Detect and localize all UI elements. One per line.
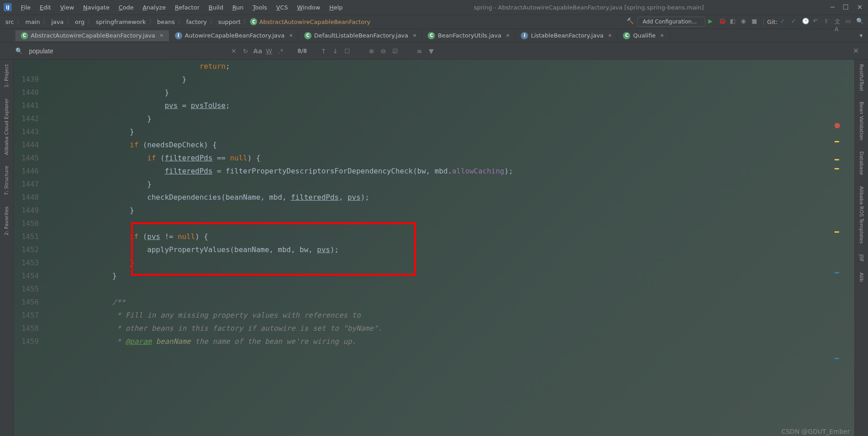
minimize-icon[interactable]: ─ [830, 3, 835, 11]
vcs-history-icon[interactable]: 🕑 [802, 18, 810, 26]
find-prev-icon[interactable]: ↑ [320, 47, 328, 55]
vcs-revert-icon[interactable]: ↶ [813, 18, 821, 26]
words-icon[interactable]: W [265, 47, 273, 55]
filter-icon[interactable]: ≡ [415, 47, 424, 55]
breadcrumb-item[interactable]: beans [156, 18, 177, 26]
code-line[interactable]: 1446 filteredPds = filterPropertyDescrip… [14, 164, 854, 178]
tool-window-2-favorites[interactable]: 2: Favorites [4, 204, 9, 238]
code-line[interactable]: 1454 } [14, 269, 854, 282]
fold-gutter[interactable] [50, 230, 95, 243]
menu-code[interactable]: Code [114, 2, 138, 13]
breadcrumb-class[interactable]: CAbstractAutowireCapableBeanFactory [250, 18, 370, 25]
find-next-icon[interactable]: ↓ [331, 47, 340, 55]
breadcrumb-item[interactable]: springframework [94, 18, 147, 26]
code-line[interactable]: 1444 if (needsDepCheck) { [14, 138, 854, 151]
tab-close-icon[interactable]: ✕ [289, 33, 292, 38]
tabs-dropdown-icon[interactable]: ▾ [859, 32, 863, 39]
tool-window-alib[interactable]: Alib [859, 270, 864, 285]
tool-window-jsf[interactable]: JSF [859, 252, 864, 265]
translate-icon[interactable]: 文A [835, 18, 843, 26]
vcs-update-icon[interactable]: ✓ [780, 18, 788, 26]
tab-close-icon[interactable]: ✕ [413, 33, 416, 38]
fold-gutter[interactable] [50, 191, 95, 204]
breadcrumb-item[interactable]: org [73, 18, 86, 26]
fold-gutter[interactable] [50, 269, 95, 282]
run-icon[interactable]: ▶ [708, 18, 716, 26]
match-case-icon[interactable]: Aa [253, 47, 261, 55]
fold-gutter[interactable] [50, 112, 95, 125]
filter-settings-icon[interactable]: ▼ [427, 47, 435, 55]
find-history-icon[interactable]: ↻ [241, 47, 250, 55]
run-config-selector[interactable]: Add Configuration... [637, 17, 705, 27]
tool-window-restfultool[interactable]: RestfulTool [859, 61, 864, 94]
code-line[interactable]: 1439 } [14, 73, 854, 86]
menu-analyze[interactable]: Analyze [138, 2, 170, 13]
code-line[interactable]: 1453 } [14, 256, 854, 269]
code-line[interactable]: 1448 checkDependencies(beanName, mbd, fi… [14, 191, 854, 204]
maximize-icon[interactable]: ☐ [843, 3, 849, 11]
ide-scripting-icon[interactable]: ▭ [845, 18, 854, 26]
code-line[interactable]: 1455 [14, 282, 854, 295]
code-line[interactable]: 1449 } [14, 204, 854, 217]
build-icon[interactable]: 🔨 [627, 18, 635, 26]
menu-navigate[interactable]: Navigate [79, 2, 114, 13]
fold-gutter[interactable] [50, 151, 95, 164]
error-indicator-icon[interactable] [835, 123, 840, 128]
search-everywhere-icon[interactable]: 🔍 [856, 18, 864, 26]
code-line[interactable]: 1450 [14, 217, 854, 230]
menu-tools[interactable]: Tools [248, 2, 272, 13]
fold-gutter[interactable] [50, 282, 95, 295]
tab-close-icon[interactable]: ✕ [660, 33, 664, 38]
fold-gutter[interactable] [50, 256, 95, 269]
editor-tab[interactable]: IAutowireCapableBeanFactory.java✕ [170, 30, 299, 41]
profile-icon[interactable]: ◉ [741, 18, 749, 26]
fold-gutter[interactable] [50, 217, 95, 230]
menu-file[interactable]: File [16, 2, 35, 13]
fold-gutter[interactable] [50, 243, 95, 256]
fold-gutter[interactable] [50, 138, 95, 151]
find-select-all-icon[interactable]: ☐ [343, 47, 351, 55]
fold-gutter[interactable] [50, 73, 95, 86]
code-line[interactable]: 1443 } [14, 125, 854, 138]
menu-view[interactable]: View [56, 2, 79, 13]
tool-window-alibaba-cloud-explorer[interactable]: Alibaba Cloud Explorer [4, 96, 9, 158]
fold-gutter[interactable] [50, 99, 95, 112]
menu-refactor[interactable]: Refactor [170, 2, 204, 13]
menu-window[interactable]: Window [292, 2, 325, 13]
find-input[interactable] [27, 46, 226, 56]
tab-close-icon[interactable]: ✕ [608, 33, 612, 38]
tab-close-icon[interactable]: ✕ [506, 33, 509, 38]
tool-window-alibaba-ros-templates[interactable]: Alibaba ROS Templates [859, 183, 864, 246]
tab-close-icon[interactable]: ✕ [160, 33, 163, 38]
vcs-commit-icon[interactable]: ✓ [791, 18, 799, 26]
editor-tab[interactable]: CAbstractAutowireCapableBeanFactory.java… [15, 30, 170, 41]
fold-gutter[interactable] [50, 178, 95, 191]
code-line[interactable]: 1452 applyPropertyValues(beanName, mbd, … [14, 243, 854, 256]
code-line[interactable]: 1441 pvs = pvsToUse; [14, 99, 854, 112]
tool-window-bean-validation[interactable]: Bean Validation [859, 99, 864, 143]
menu-build[interactable]: Build [204, 2, 228, 13]
close-icon[interactable]: ✕ [857, 3, 863, 11]
code-line[interactable]: 1458 * other beans in this factory if au… [14, 322, 854, 335]
regex-icon[interactable]: .* [277, 47, 285, 55]
tool-window-database[interactable]: Database [859, 149, 864, 178]
tool-window-1-project[interactable]: 1: Project [4, 61, 9, 90]
add-selection-icon[interactable]: ⊕ [368, 47, 376, 55]
fold-gutter[interactable] [50, 322, 95, 335]
vcs-push-icon[interactable]: ⇧ [824, 18, 832, 26]
select-all-occurrences-icon[interactable]: ☑ [391, 47, 399, 55]
code-line[interactable]: 1459 * @param beanName the name of the b… [14, 335, 854, 348]
error-stripe[interactable] [834, 123, 840, 436]
code-line[interactable]: 1451 if (pvs != null) { [14, 230, 854, 243]
editor-tab[interactable]: CBeanFactoryUtils.java✕ [422, 30, 515, 41]
find-close-icon[interactable]: ✕ [230, 47, 238, 55]
breadcrumb-item[interactable]: factory [184, 18, 209, 26]
breadcrumb-item[interactable]: src [4, 18, 16, 26]
editor-tab[interactable]: CDefaultListableBeanFactory.java✕ [299, 30, 423, 41]
breadcrumb-item[interactable]: java [49, 18, 65, 26]
tool-window-7-structure[interactable]: 7: Structure [4, 163, 9, 198]
coverage-icon[interactable]: ◧ [730, 18, 738, 26]
code-line[interactable]: 1440 } [14, 86, 854, 99]
fold-gutter[interactable] [50, 204, 95, 217]
code-line[interactable]: 1445 if (filteredPds == null) { [14, 151, 854, 164]
